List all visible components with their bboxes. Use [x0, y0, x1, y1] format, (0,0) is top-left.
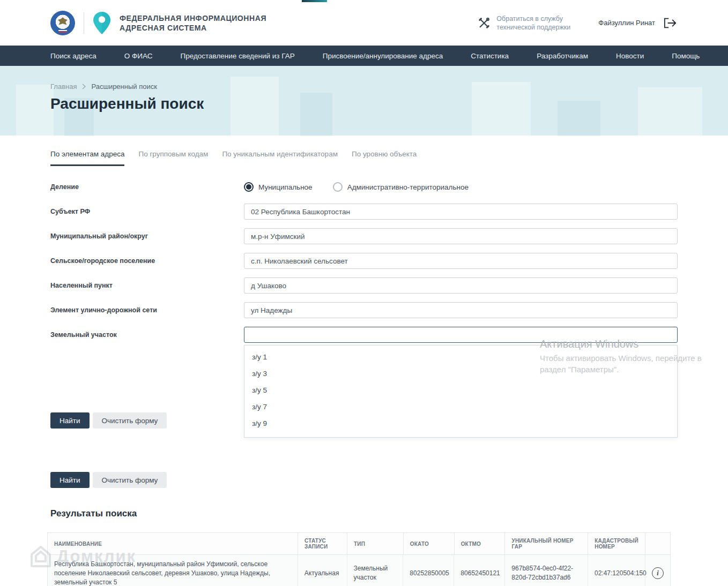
search-button[interactable]: Найти	[50, 412, 90, 429]
advanced-search-form: Деление Муниципальное Административно-те…	[50, 179, 678, 488]
brand[interactable]: ФЕДЕРАЛЬНАЯ ИНФОРМАЦИОННАЯ АДРЕСНАЯ СИСТ…	[50, 11, 266, 35]
fns-emblem-icon	[50, 11, 75, 35]
cell-name: Республика Башкортостан, муниципальный р…	[48, 555, 298, 586]
results-table: НАИМЕНОВАНИЕ СТАТУС ЗАПИСИ ТИП ОКАТО ОКТ…	[47, 532, 671, 586]
app-title: ФЕДЕРАЛЬНАЯ ИНФОРМАЦИОННАЯ АДРЕСНАЯ СИСТ…	[120, 13, 266, 33]
tab-address-elements[interactable]: По элементам адреса	[50, 150, 124, 166]
breadcrumb-chevron-icon	[82, 84, 86, 89]
user-area: Файзуллин Ринат	[598, 17, 677, 29]
header-right: Обратиться в службу технической поддержк…	[478, 14, 677, 32]
division-label: Деление	[50, 183, 244, 191]
nav-item-about-fias[interactable]: О ФИАС	[124, 52, 153, 60]
breadcrumb-home[interactable]: Главная	[50, 82, 77, 91]
col-gar: УНИКАЛЬНЫЙ НОМЕР ГАР	[505, 533, 588, 554]
street-input[interactable]	[244, 302, 678, 318]
form-row-subject: Субъект РФ	[50, 204, 678, 220]
tab-object-level[interactable]: По уровню объекта	[352, 150, 417, 166]
logout-icon[interactable]	[664, 17, 677, 29]
nav-item-address-assignment[interactable]: Присвоение/аннулирование адреса	[323, 52, 443, 60]
header: ФЕДЕРАЛЬНАЯ ИНФОРМАЦИОННАЯ АДРЕСНАЯ СИСТ…	[0, 0, 728, 46]
cell-type: Земельный участок	[347, 555, 404, 586]
support-link-label[interactable]: Обратиться в службу технической поддержк…	[496, 14, 576, 32]
cell-oktmo: 80652450121	[454, 555, 505, 586]
nav-item-news[interactable]: Новости	[616, 52, 644, 60]
radio-administrative[interactable]: Административно-территориальное	[333, 182, 469, 192]
form-row-land-plot: Земельный участок з/у 1 з/у 3 з/у 5 з/у …	[50, 327, 678, 343]
main-content: По элементам адреса По групповым кодам П…	[0, 150, 728, 586]
page-title: Расширенный поиск	[50, 95, 728, 112]
settlement-input[interactable]	[244, 253, 678, 269]
dropdown-option[interactable]: з/у 7	[244, 399, 677, 415]
form-row-district: Муниципальный район/округ	[50, 228, 678, 244]
form-row-settlement: Сельское/городское поселение	[50, 253, 678, 269]
support-link[interactable]: Обратиться в службу технической поддержк…	[478, 14, 576, 32]
locality-label: Населенный пункт	[50, 282, 244, 289]
col-okato: ОКАТО	[404, 533, 455, 554]
cell-status: Актуальная	[298, 555, 347, 586]
radio-municipal-label: Муниципальное	[258, 183, 313, 191]
col-type: ТИП	[347, 533, 404, 554]
user-name[interactable]: Файзуллин Ринат	[598, 19, 655, 27]
subject-input[interactable]	[244, 204, 678, 220]
main-nav: Поиск адреса О ФИАС Предоставление сведе…	[0, 46, 728, 66]
division-radio-group: Муниципальное Административно-территориа…	[244, 182, 678, 192]
radio-administrative-label: Административно-территориальное	[347, 183, 469, 191]
search-tabs: По элементам адреса По групповым кодам П…	[50, 150, 678, 166]
col-cadastral: КАДАСТРОВЫЙ НОМЕР	[588, 533, 645, 554]
cell-gar: 967b8574-0ec0-4f22-820d-72cbd1b37ad6	[505, 555, 588, 586]
tools-icon	[478, 17, 490, 29]
dropdown-option[interactable]: з/у 3	[244, 365, 677, 382]
app-title-line2: АДРЕСНАЯ СИСТЕМА	[120, 23, 266, 33]
clear-form-button-2[interactable]: Очистить форму	[93, 472, 167, 488]
nav-item-statistics[interactable]: Статистика	[471, 52, 509, 60]
cell-okato: 80252850005	[403, 555, 454, 586]
land-plot-label: Земельный участок	[50, 331, 244, 339]
col-oktmo: ОКТМО	[455, 533, 506, 554]
tab-unique-identifiers[interactable]: По уникальным идентификаторам	[222, 150, 338, 166]
land-plot-input[interactable]	[244, 327, 678, 343]
form-row-division: Деление Муниципальное Административно-те…	[50, 179, 678, 195]
district-label: Муниципальный район/округ	[50, 232, 244, 240]
nav-item-gar-data[interactable]: Предоставление сведений из ГАР	[181, 52, 295, 60]
radio-municipal[interactable]: Муниципальное	[244, 182, 313, 192]
radio-administrative-control[interactable]	[333, 182, 343, 192]
table-row[interactable]: Республика Башкортостан, муниципальный р…	[48, 554, 670, 586]
dropdown-option[interactable]: з/у 5	[244, 382, 677, 399]
nav-item-help[interactable]: Помощь	[672, 52, 700, 60]
radio-municipal-control[interactable]	[244, 182, 254, 192]
fias-pin-icon	[93, 11, 111, 35]
locality-input[interactable]	[244, 277, 678, 294]
nav-item-address-search[interactable]: Поиск адреса	[50, 52, 96, 60]
col-name: НАИМЕНОВАНИЕ	[48, 533, 298, 554]
dropdown-option[interactable]: з/у 9	[244, 415, 677, 432]
tab-group-codes[interactable]: По групповым кодам	[138, 150, 208, 166]
settlement-label: Сельское/городское поселение	[50, 257, 244, 265]
nav-item-developers[interactable]: Разработчикам	[537, 52, 588, 60]
form-row-locality: Населенный пункт	[50, 277, 678, 294]
brand-divider	[84, 12, 84, 34]
cell-cadastral: 02:47:120504:150	[588, 555, 645, 586]
results-title: Результаты поиска	[50, 508, 678, 519]
form-buttons-bottom: Найти Очистить форму	[50, 472, 678, 488]
street-label: Элемент улично-дорожной сети	[50, 306, 244, 314]
search-button-2[interactable]: Найти	[50, 472, 90, 488]
clear-form-button[interactable]: Очистить форму	[93, 412, 167, 429]
hero-banner: Главная Расширенный поиск Расширенный по…	[0, 66, 728, 136]
results-table-header: НАИМЕНОВАНИЕ СТАТУС ЗАПИСИ ТИП ОКАТО ОКТ…	[48, 533, 670, 554]
info-icon[interactable]: i	[652, 567, 664, 579]
col-actions	[645, 533, 670, 554]
col-status: СТАТУС ЗАПИСИ	[298, 533, 347, 554]
breadcrumb: Главная Расширенный поиск	[50, 66, 728, 91]
form-row-street: Элемент улично-дорожной сети	[50, 302, 678, 318]
app-title-line1: ФЕДЕРАЛЬНАЯ ИНФОРМАЦИОННАЯ	[120, 13, 266, 23]
breadcrumb-current: Расширенный поиск	[91, 82, 157, 91]
dropdown-option[interactable]: з/у 1	[244, 349, 677, 365]
browser-artifact-bar	[302, 0, 327, 2]
district-input[interactable]	[244, 228, 678, 244]
subject-label: Субъект РФ	[50, 208, 244, 215]
land-plot-dropdown: з/у 1 з/у 3 з/у 5 з/у 7 з/у 9	[244, 345, 678, 438]
